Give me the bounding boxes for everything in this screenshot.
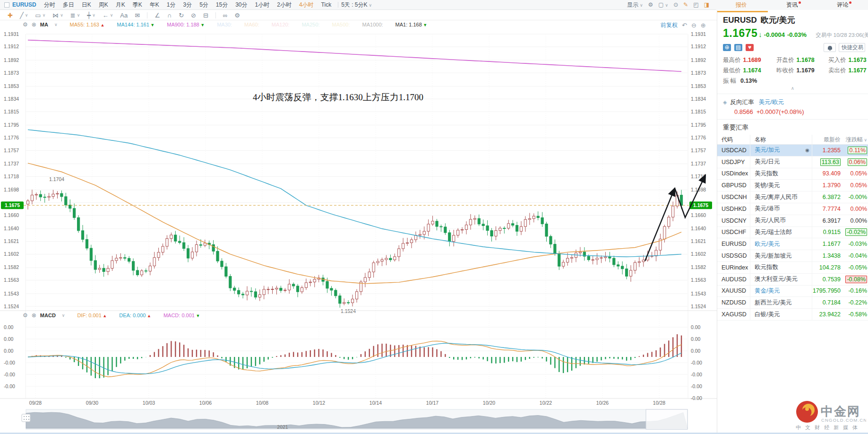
timeframe-15分[interactable]: 15分	[216, 1, 228, 9]
column-header-名称[interactable]: 名称	[750, 135, 812, 144]
table-row[interactable]: EURindex欧元指数104.278-0.05%	[717, 262, 868, 274]
timeframe-3分[interactable]: 3分	[183, 1, 192, 9]
reverse-pair-link[interactable]: 美元/欧元	[758, 98, 783, 106]
timeframe-日K[interactable]: 日K	[82, 1, 91, 9]
pair-name[interactable]: 美元/离岸人民币	[750, 191, 812, 203]
tab-资讯[interactable]: 资讯	[766, 1, 817, 9]
timeframe-年K[interactable]: 年K	[150, 1, 159, 9]
pair-name[interactable]: 黄金/美元	[750, 286, 812, 297]
settings-icon[interactable]: ⚙	[648, 1, 653, 8]
shape-tool[interactable]: ▭∨	[35, 12, 45, 19]
chart-canvas[interactable]: 1.19311.19311.19121.19121.18921.18921.18…	[0, 28, 717, 434]
chart-settings-icon[interactable]: ⚙	[234, 12, 240, 19]
fib-tool[interactable]: ┿∨	[87, 12, 95, 19]
comment-tool[interactable]: ✉	[135, 12, 140, 19]
timeframe-1小时[interactable]: 1小时	[255, 1, 270, 9]
timeframe-2小时[interactable]: 2小时	[277, 1, 292, 9]
undo-icon[interactable]: ↶	[682, 22, 687, 29]
move-tool[interactable]: ✚	[8, 12, 13, 19]
zoom-in-icon[interactable]: ⊕	[701, 22, 706, 29]
angle-tool[interactable]: ∠	[155, 12, 160, 19]
indicator-name[interactable]: MA	[40, 22, 48, 27]
indicator-name[interactable]: MACD	[40, 312, 56, 318]
pair-name[interactable]: 美元/加元◉	[750, 145, 812, 156]
pattern-xabcd-tool[interactable]: ⋈∨	[52, 12, 63, 19]
indicator-close-icon[interactable]: ⊗	[32, 21, 36, 28]
pair-name[interactable]: 美元/新加坡元	[750, 250, 812, 261]
panel-toggle-icon[interactable]: ◨	[704, 1, 709, 8]
favorite-heart-icon[interactable]: ♥	[746, 44, 754, 51]
fullscreen-icon[interactable]: ◰	[693, 1, 698, 8]
collapse-chevron-icon[interactable]: ∧	[717, 86, 868, 93]
timeframe-分时[interactable]: 分时	[44, 1, 55, 9]
pair-name[interactable]: 美元/瑞士法郎	[750, 227, 812, 238]
timeframe-Tick[interactable]: Tick	[321, 1, 332, 8]
table-row[interactable]: NZDUSD新西兰元/美元0.7184-0.22%	[717, 297, 868, 309]
arrow-tool[interactable]: ←∨	[103, 12, 113, 19]
table-row[interactable]: USDSGD美元/新加坡元1.3438-0.04%	[717, 250, 868, 262]
table-row[interactable]: USDHKD美元/港币7.77740.00%	[717, 203, 868, 215]
timeframe-4小时[interactable]: 4小时	[299, 1, 314, 9]
pair-name[interactable]: 新西兰元/美元	[750, 297, 812, 308]
globe-icon[interactable]: ⊕	[723, 44, 731, 51]
window-icon[interactable]	[4, 2, 9, 8]
hide-drawings-tool[interactable]: ⊘	[191, 12, 196, 19]
table-row[interactable]: GBPUSD英镑/美元1.37900.05%	[717, 180, 868, 191]
text-tool[interactable]: Aa	[120, 12, 128, 19]
pair-name[interactable]: 美元/人民币	[750, 215, 812, 226]
table-row[interactable]: USDJPY美元/日元113.630.06%	[717, 156, 868, 168]
table-row[interactable]: XAUUSD黄金/美元1795.7950-0.16%	[717, 286, 868, 297]
news-icon[interactable]: ▤	[734, 44, 742, 51]
timeframe-多日[interactable]: 多日	[63, 1, 74, 9]
adjust-mode-label[interactable]: 前复权	[661, 21, 678, 29]
pair-name[interactable]: 欧元/美元	[750, 238, 812, 250]
zoom-out-icon[interactable]: ⊖	[691, 22, 696, 29]
tab-评论[interactable]: 评论	[817, 1, 868, 9]
pair-name[interactable]: 欧元指数	[750, 262, 812, 273]
table-row[interactable]: XAGUSD白银/美元23.9422-0.58%	[717, 309, 868, 321]
table-row[interactable]: AUDUSD澳大利亚元/美元0.7539-0.08%	[717, 274, 868, 286]
timeframe-1分[interactable]: 1分	[167, 1, 176, 9]
pair-name[interactable]: 美元/港币	[750, 203, 812, 215]
pair-name[interactable]: 美元/日元	[750, 156, 812, 168]
layout-select-icon[interactable]: ▢∨	[658, 1, 668, 8]
navigator-handle[interactable]	[22, 414, 30, 422]
pair-name[interactable]: 澳大利亚元/美元	[750, 274, 812, 285]
draw-pencil-icon[interactable]: ✎	[683, 1, 688, 8]
table-row[interactable]: USDCNH美元/离岸人民币6.3872-0.00%	[717, 191, 868, 203]
sync-drawings-tool[interactable]: ↻	[179, 12, 184, 19]
compare-tool[interactable]: ∞	[223, 12, 227, 19]
pair-name[interactable]: 美元指数	[750, 168, 812, 180]
timeframe-周K[interactable]: 周K	[99, 1, 108, 9]
table-row[interactable]: USDindex美元指数93.4090.05%	[717, 168, 868, 180]
indicator-close-icon[interactable]: ⊗	[32, 312, 36, 319]
delete-drawings-tool[interactable]: ⊟	[203, 12, 208, 19]
table-row[interactable]: USDCNY美元/人民币6.39170.00%	[717, 215, 868, 227]
eye-icon[interactable]: ◉	[805, 148, 809, 153]
indicator-settings-icon[interactable]: ⚙	[23, 21, 28, 28]
timeframe-季K[interactable]: 季K	[133, 1, 142, 9]
timeframe-月K[interactable]: 月K	[116, 1, 125, 9]
magnet-tool[interactable]: ∩	[167, 12, 172, 19]
table-row[interactable]: USDCHF美元/瑞士法郎0.9115-0.02%	[717, 227, 868, 239]
tab-报价[interactable]: 报价	[716, 1, 766, 9]
timeframe-5分[interactable]: 5分	[199, 1, 208, 9]
chevron-down-icon[interactable]: ∨	[54, 22, 58, 27]
column-header-代码[interactable]: 代码	[717, 135, 750, 144]
quick-trade-button[interactable]: 快捷交易	[839, 43, 865, 52]
trend-line-tool[interactable]: ╱∨	[20, 12, 28, 19]
chevron-down-icon[interactable]: ∨	[62, 313, 65, 318]
indicator-settings-icon[interactable]: ⚙	[23, 312, 28, 319]
timeframe-30分[interactable]: 30分	[235, 1, 247, 9]
table-row[interactable]: USDCAD美元/加元◉1.23550.11%	[717, 145, 868, 156]
alert-bell-button[interactable]	[824, 43, 836, 52]
pair-name[interactable]: 英镑/美元	[750, 180, 812, 191]
composite-period-select[interactable]: 5天 : 5分K∨	[341, 1, 372, 9]
column-header-涨跌幅[interactable]: 涨跌幅 ∨	[842, 136, 868, 144]
display-dropdown[interactable]: 显示∨	[627, 1, 643, 9]
pair-name[interactable]: 白银/美元	[750, 309, 812, 320]
table-row[interactable]: EURUSD欧元/美元1.1677-0.03%	[717, 238, 868, 250]
symbol-label[interactable]: EURUSD	[12, 1, 36, 8]
camera-icon[interactable]: ⊙	[673, 1, 678, 8]
navigator-window[interactable]	[646, 409, 688, 429]
